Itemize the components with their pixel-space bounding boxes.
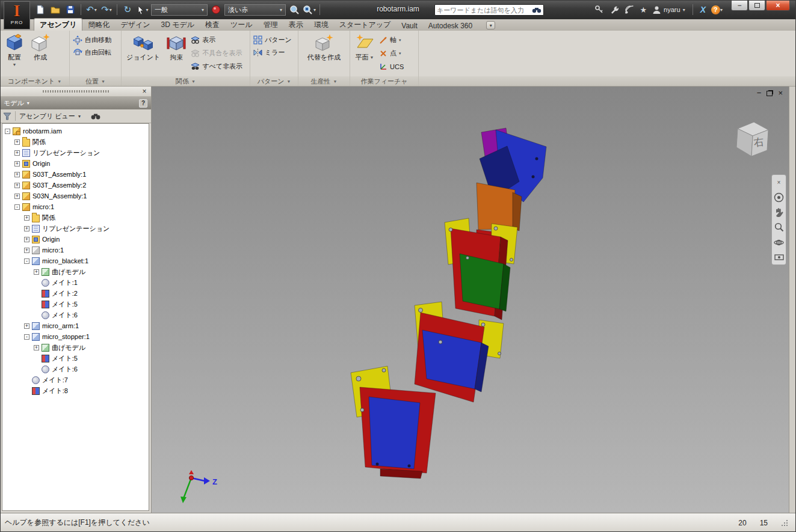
tab-アセンブリ[interactable]: アセンブリ: [34, 18, 82, 31]
place-component-button[interactable]: 配置 ▼: [3, 32, 26, 68]
tree-node-メイト:2[interactable]: メイト:2: [2, 288, 149, 299]
tree-expander-icon[interactable]: +: [24, 215, 29, 221]
browser-help-button[interactable]: ?: [139, 99, 147, 108]
tab-Vault[interactable]: Vault: [396, 20, 422, 31]
tab-検査[interactable]: 検査: [200, 19, 225, 31]
steering-wheel-button[interactable]: [773, 192, 785, 203]
zoom-button[interactable]: [773, 222, 785, 233]
open-file-button[interactable]: [49, 3, 62, 16]
tree-expander-icon[interactable]: +: [14, 194, 20, 199]
orbit-button[interactable]: [773, 237, 785, 248]
panel-label-relationships[interactable]: 関係 ▼: [122, 76, 250, 86]
browser-close-button[interactable]: ×: [140, 87, 149, 96]
panel-label-position[interactable]: 位置 ▼: [70, 76, 121, 86]
tree-expander-icon[interactable]: +: [14, 172, 20, 177]
tree-node-メイト:1[interactable]: メイト:1: [2, 277, 149, 288]
help-button[interactable]: ? ▾: [711, 4, 723, 16]
tree-node-メイト:6[interactable]: メイト:6: [2, 364, 149, 375]
window-minimize-button[interactable]: −: [731, 0, 748, 11]
tree-expander-icon[interactable]: +: [34, 269, 39, 275]
tree-node-メイト:7[interactable]: メイト:7: [2, 375, 149, 385]
tree-expander-icon[interactable]: +: [14, 150, 20, 156]
browser-title-bar[interactable]: モデル ▾ ?: [0, 97, 151, 109]
tree-node-Origin[interactable]: +Origin: [2, 158, 149, 169]
tree-node-micro_stopper:1[interactable]: -micro_stopper:1: [2, 331, 149, 342]
pan-button[interactable]: [773, 207, 785, 218]
tree-expander-icon[interactable]: -: [5, 129, 10, 134]
window-close-button[interactable]: ×: [766, 0, 790, 11]
joint-button[interactable]: ジョイント: [125, 32, 162, 63]
ribbon-options-button[interactable]: ▾: [486, 21, 495, 29]
wrench-button[interactable]: [609, 4, 619, 16]
point-button[interactable]: 点 ▾: [379, 47, 404, 59]
browser-search-binoculars-icon[interactable]: [90, 112, 101, 120]
tree-node-メイト:5[interactable]: メイト:5: [2, 353, 149, 364]
mirror-button[interactable]: ミラー: [253, 47, 285, 58]
create-substitutes-button[interactable]: 代替を作成: [306, 32, 342, 63]
tree-expander-icon[interactable]: +: [14, 161, 20, 167]
panel-label-pattern[interactable]: パターン ▼: [250, 76, 298, 86]
tab-ツール[interactable]: ツール: [225, 19, 258, 31]
viewcube[interactable]: 右: [730, 117, 774, 162]
zoom-all-button[interactable]: [288, 3, 301, 16]
zoom-window-button[interactable]: ▾: [303, 3, 316, 16]
tab-Autodesk 360[interactable]: Autodesk 360: [423, 20, 478, 31]
plane-button[interactable]: 平面 ▼: [353, 32, 376, 63]
robot-part-orange-servo[interactable]: [477, 183, 515, 230]
tree-expander-icon[interactable]: +: [24, 237, 29, 242]
tab-表示[interactable]: 表示: [283, 19, 309, 31]
tab-スタートアップ[interactable]: スタートアップ: [334, 19, 396, 31]
tree-node-micro:1[interactable]: +micro:1: [2, 245, 149, 255]
robot-part-blue-servo-base[interactable]: [369, 397, 420, 469]
doc-minimize-button[interactable]: −: [757, 89, 762, 97]
panel-label-productivity[interactable]: 生産性 ▼: [298, 76, 350, 86]
right-scroll-strip[interactable]: [789, 87, 796, 513]
robot-arm-model[interactable]: [152, 87, 789, 513]
favorites-button[interactable]: ★: [640, 4, 647, 16]
hide-all-button[interactable]: すべて非表示: [191, 61, 242, 72]
appearance-swatch-button[interactable]: [209, 3, 223, 16]
filter-funnel-icon[interactable]: [3, 112, 11, 120]
select-filter-button[interactable]: ▾: [136, 3, 149, 16]
communication-center-button[interactable]: [625, 4, 634, 16]
window-maximize-button[interactable]: [748, 0, 765, 11]
tree-expander-icon[interactable]: +: [34, 345, 39, 350]
user-account-button[interactable]: nyaru ▾: [652, 5, 685, 14]
free-rotate-button[interactable]: 自由回転: [73, 47, 111, 58]
tree-node-曲げモデル[interactable]: +曲げモデル: [2, 266, 149, 277]
tree-node-micro_blacket:1[interactable]: -micro_blacket:1: [2, 255, 149, 266]
tree-node-関係[interactable]: +関係: [2, 212, 149, 223]
look-at-button[interactable]: [773, 252, 785, 263]
tree-expander-icon[interactable]: +: [24, 226, 29, 231]
material-combobox[interactable]: 一般 ▾: [151, 4, 208, 16]
tab-管理[interactable]: 管理: [258, 19, 283, 31]
tree-node-S03T_Assembly:1[interactable]: +S03T_Assembly:1: [2, 169, 149, 180]
doc-close-button[interactable]: ×: [778, 89, 783, 97]
tree-node-micro_arm:1[interactable]: +micro_arm:1: [2, 320, 149, 331]
tree-node-リプレゼンテーション[interactable]: +リプレゼンテーション: [2, 223, 149, 234]
robot-part-orange-servo-side[interactable]: [513, 192, 522, 231]
key-button[interactable]: [594, 4, 604, 16]
tree-expander-icon[interactable]: -: [14, 204, 20, 210]
create-component-button[interactable]: 作成: [29, 32, 52, 63]
tree-node-robotarm.iam[interactable]: -robotarm.iam: [2, 126, 149, 136]
tree-node-Origin[interactable]: +Origin: [2, 234, 149, 245]
redo-button[interactable]: ↷ ▾: [100, 3, 113, 16]
tree-node-メイト:8[interactable]: メイト:8: [2, 385, 149, 396]
axis-button[interactable]: 軸 ▾: [379, 34, 404, 46]
appearance-combobox[interactable]: 淡い赤 ▾: [224, 4, 286, 16]
assembly-view-selector[interactable]: アセンブリ ビュー ▾: [19, 112, 81, 121]
resize-grip-icon[interactable]: [781, 519, 788, 526]
tab-簡略化[interactable]: 簡略化: [82, 19, 115, 31]
tree-node-曲げモデル[interactable]: +曲げモデル: [2, 342, 149, 353]
tree-expander-icon[interactable]: -: [24, 258, 29, 264]
save-button[interactable]: [64, 3, 77, 16]
tree-node-S03T_Assembly:2[interactable]: +S03T_Assembly:2: [2, 180, 149, 191]
exchange-apps-button[interactable]: X: [700, 4, 706, 16]
tree-node-関係[interactable]: +関係: [2, 136, 149, 147]
browser-drag-bar[interactable]: ×: [0, 87, 151, 97]
inventor-app-button[interactable]: I PRO: [4, 1, 30, 29]
pattern-button[interactable]: パターン: [253, 34, 292, 46]
tab-デザイン[interactable]: デザイン: [115, 19, 155, 31]
tab-3D モデル[interactable]: 3D モデル: [156, 19, 200, 31]
